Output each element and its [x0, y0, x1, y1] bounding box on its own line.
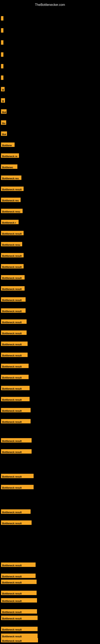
bar-item: Bottleneck result	[1, 627, 38, 631]
bar-label: Bottleneck result	[1, 638, 38, 642]
bar-item	[1, 16, 3, 20]
bar-label: Bottleneck result	[1, 408, 31, 412]
bar-item: Bottleneck result	[1, 320, 27, 324]
bar-label: Bottleneck result	[1, 598, 37, 602]
bar-label: Bottleneck result	[1, 438, 32, 442]
bar-item: B	[1, 87, 4, 91]
bar-label: Bottleneck result	[1, 574, 36, 578]
bar-item: Bottleneck result	[1, 449, 32, 454]
bar-label: Bottleneck result	[1, 275, 25, 280]
bar-label: Bottleneck result	[1, 634, 38, 638]
bar-item: Bottleneck result	[1, 308, 26, 313]
bar-item: Bottleneck result	[1, 264, 24, 268]
bar-item: Bottleneck result	[1, 438, 32, 442]
bar-label: Bottleneck result	[1, 286, 25, 290]
bar-label: Bottleneck result	[1, 562, 36, 567]
bar-label: Bottleneck result	[1, 253, 24, 258]
bar-item: Bottleneck result	[1, 364, 29, 368]
bar-item: Bottleneck result	[1, 386, 30, 390]
bar-label	[1, 64, 3, 68]
bar-label: Bottleneck result	[1, 520, 32, 525]
bar-label: Bottleneck result	[1, 397, 30, 401]
bar-item	[1, 76, 3, 80]
bar-item: Bottleneck result	[1, 275, 25, 280]
bar-label: Bottleneck result	[1, 485, 34, 489]
bar-item	[1, 52, 3, 57]
bar-item: Bottleneck result	[1, 485, 34, 489]
bar-label: Bottleneck result	[1, 320, 27, 324]
bar-item: Bottleneck result	[1, 297, 26, 302]
bar-label	[1, 40, 3, 45]
bar-item: Bottleneck result	[1, 286, 25, 290]
bar-label: Bottleneck re	[1, 153, 19, 158]
bar-item	[1, 64, 3, 68]
bar-item: Bottleneck result	[1, 634, 38, 638]
bar-label: Bottleneck result	[1, 375, 29, 379]
bar-item: Bottleneck result	[1, 638, 38, 642]
bar-item: Bottleneck result	[1, 509, 31, 514]
bar-label: Bottleneck result	[1, 509, 31, 514]
bar-item: Bottleneck result	[1, 520, 32, 525]
bar-label: Bottleneck result	[1, 186, 24, 191]
bar-label: Bottlene	[1, 142, 15, 147]
bar-item: Bottleneck res	[1, 176, 21, 180]
bar-item: Bot	[1, 109, 7, 114]
bar-item: Bottleneck r	[1, 220, 19, 224]
bar-item: Bottleneck result	[1, 397, 30, 401]
bar-item: Bottlenec	[1, 164, 17, 169]
bar-item: Bottleneck result	[1, 591, 37, 595]
bar-label: B	[1, 87, 4, 91]
bar-label: Bottleneck result	[1, 297, 26, 302]
bar-item: Bottleneck result	[1, 474, 34, 478]
bar-item: Bottleneck result	[1, 330, 27, 335]
bar-label: Bottleneck res	[1, 198, 21, 202]
chart-container: TheBottlenecker.com BBBotBoBotBottleneBo…	[0, 0, 100, 644]
bar-item: Bottleneck resu	[1, 209, 23, 213]
bar-label: Bottleneck result	[1, 231, 24, 235]
bar-item: Bottleneck result	[1, 609, 37, 614]
bar-item: Bottleneck resu	[1, 242, 22, 246]
bar-label: Bottleneck result	[1, 352, 28, 357]
bar-item: Bot	[1, 132, 7, 136]
site-title: TheBottlenecker.com	[0, 1, 100, 9]
bar-label: Bottleneck r	[1, 220, 19, 224]
bar-label: Bottleneck result	[1, 308, 26, 313]
bar-item: Bottleneck result	[1, 231, 24, 235]
bar-label: Bottlenec	[1, 164, 17, 169]
bar-label: Bottleneck res	[1, 176, 21, 180]
bar-label: Bottleneck result	[1, 616, 38, 620]
bar-item: Bottleneck result	[1, 598, 37, 602]
bar-label: Bottleneck resu	[1, 242, 22, 246]
bar-label: Bottleneck result	[1, 627, 38, 631]
bar-item: Bottleneck re	[1, 153, 19, 158]
bar-label: Bot	[1, 109, 7, 114]
bar-label: Bottleneck result	[1, 591, 37, 595]
bar-item: Bottleneck res	[1, 198, 21, 202]
bar-label	[1, 28, 3, 32]
bar-label: Bottleneck resu	[1, 209, 23, 213]
bar-label: Bottleneck result	[1, 419, 31, 424]
bar-label: Bo	[1, 120, 6, 125]
bar-label	[1, 16, 3, 20]
bar-item: Bottleneck result	[1, 375, 29, 379]
bar-item: Bottleneck result	[1, 186, 24, 191]
bar-item: B	[1, 98, 5, 103]
bar-label: B	[1, 98, 5, 103]
bar-label: Bottleneck result	[1, 364, 29, 368]
bar-item: Bottleneck result	[1, 253, 24, 258]
bar-item	[1, 40, 3, 45]
bar-item	[1, 28, 3, 32]
bar-label: Bottleneck result	[1, 449, 32, 454]
bar-label: Bottleneck result	[1, 474, 34, 478]
bar-label: Bottleneck result	[1, 330, 27, 335]
bar-item: Bottleneck result	[1, 352, 28, 357]
bar-label	[1, 76, 3, 80]
bar-item: Bottleneck result	[1, 408, 31, 412]
bar-item: Bottleneck result	[1, 574, 36, 578]
bar-label	[1, 52, 3, 57]
bar-item: Bottleneck result	[1, 562, 36, 567]
bar-label: Bottleneck result	[1, 386, 30, 390]
bar-item: Bottleneck result	[1, 419, 31, 424]
bar-label: Bottleneck result	[1, 580, 37, 584]
bar-label: Bottleneck result	[1, 264, 24, 268]
